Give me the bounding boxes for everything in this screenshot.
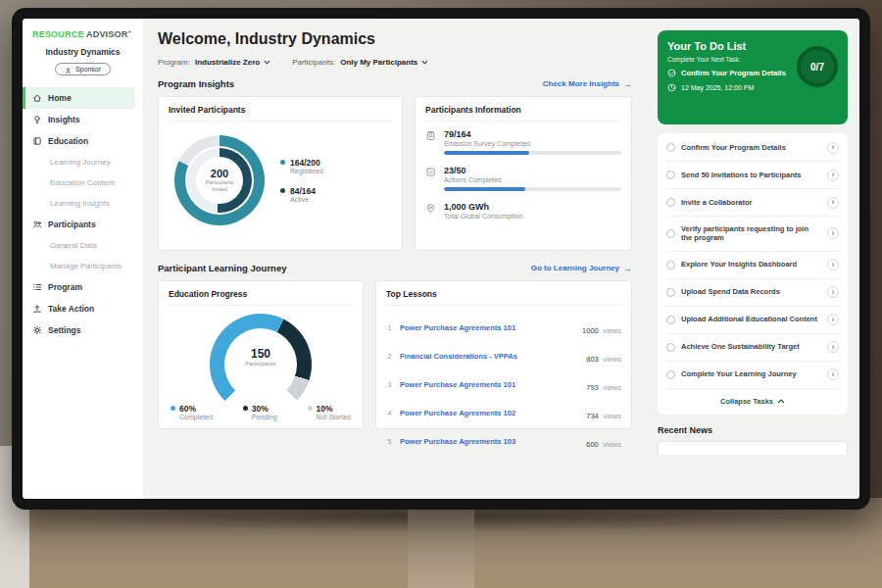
task-checkbox[interactable]	[666, 143, 675, 152]
chevron-up-icon	[777, 399, 785, 404]
right-panel: Your To Do List Complete Your Next Task:…	[646, 19, 859, 499]
go-to-learning-journey-link[interactable]: Go to Learning Journey →	[531, 264, 632, 273]
chevron-right-icon[interactable]: ›	[827, 341, 839, 353]
lesson-row: 4 Power Purchase Agreements 102 734 view…	[386, 399, 621, 427]
chevron-right-icon[interactable]: ›	[827, 259, 839, 270]
invited-donut: 200 Participants Invited	[174, 135, 265, 225]
task-item[interactable]: Upload Spend Data Records ›	[666, 279, 839, 307]
task-item[interactable]: Verify participants requesting to join t…	[666, 217, 839, 252]
sidebar-item-home[interactable]: Home	[23, 87, 135, 109]
sidebar-item-education[interactable]: Education	[23, 130, 143, 152]
check-circle-icon	[667, 69, 676, 77]
book-icon	[32, 136, 42, 146]
task-checkbox[interactable]	[666, 229, 675, 238]
sidebar-item-take-action[interactable]: Take Action	[23, 298, 143, 319]
participants-dropdown[interactable]: Only My Participants	[340, 58, 428, 67]
recent-news-title: Recent News	[658, 425, 848, 435]
top-lessons-card: Top Lessons 1 Power Purchase Agreements …	[375, 280, 632, 429]
invited-legend: 164/200 Registered 84/164 Active	[280, 158, 323, 203]
sidebar-item-education-content[interactable]: Education Content	[23, 172, 143, 193]
main-content: Welcome, Industry Dynamics Program: Indu…	[144, 19, 646, 499]
task-item[interactable]: Achieve One Sustainability Target ›	[666, 334, 839, 362]
sidebar-item-program[interactable]: Program	[23, 276, 143, 298]
task-checkbox[interactable]	[666, 198, 675, 207]
lesson-link[interactable]: Power Purchase Agreements 103	[400, 437, 579, 446]
survey-icon	[425, 130, 436, 141]
sidebar-nav: Home Insights Education Learning Journey…	[23, 87, 143, 341]
task-checkbox[interactable]	[666, 288, 675, 297]
chevron-right-icon[interactable]: ›	[827, 368, 839, 380]
chevron-right-icon[interactable]: ›	[827, 197, 839, 209]
sidebar: RESOURCE ADVISOR+ Industry Dynamics Spon…	[23, 19, 144, 499]
sidebar-item-insights[interactable]: Insights	[23, 109, 143, 130]
todo-card: Your To Do List Complete Your Next Task:…	[658, 30, 848, 124]
monitor-bezel: RESOURCE ADVISOR+ Industry Dynamics Spon…	[12, 8, 870, 510]
task-item[interactable]: Upload Additional Educational Content ›	[666, 307, 839, 334]
sidebar-item-settings[interactable]: Settings	[23, 319, 143, 341]
task-item[interactable]: Confirm Your Program Details ›	[666, 134, 839, 162]
active-dot	[280, 188, 285, 193]
task-checkbox[interactable]	[666, 261, 675, 270]
lesson-row: 1 Power Purchase Agreements 101 1000 vie…	[386, 314, 621, 342]
chevron-down-icon	[421, 60, 428, 65]
participants-filter-label: Participants:	[292, 58, 335, 67]
list-icon	[32, 282, 42, 292]
chevron-right-icon[interactable]: ›	[827, 286, 839, 298]
sidebar-item-manage-participants[interactable]: Manage Participants	[23, 256, 143, 276]
org-name: Industry Dynamics	[23, 47, 143, 57]
task-item[interactable]: Explore Your Insights Dashboard ›	[666, 252, 839, 279]
task-item[interactable]: Invite a Collaborator ›	[666, 189, 839, 217]
clock-icon	[667, 83, 676, 92]
chevron-right-icon[interactable]: ›	[827, 170, 839, 181]
arrow-right-icon: →	[623, 264, 632, 273]
task-item[interactable]: Send 50 Invitations to Participants ›	[666, 162, 839, 189]
sidebar-item-learning-journey[interactable]: Learning Journey	[23, 152, 143, 172]
monitor-stand	[408, 506, 474, 588]
page-title: Welcome, Industry Dynamics	[158, 30, 632, 48]
collapse-tasks-button[interactable]: Collapse Tasks	[666, 389, 839, 414]
actions-check-icon	[425, 167, 436, 177]
actions-progress-bar	[444, 187, 621, 191]
lesson-link[interactable]: Power Purchase Agreements 101	[400, 323, 575, 332]
task-item[interactable]: Complete Your Learning Journey ›	[666, 362, 839, 389]
home-icon	[32, 93, 42, 103]
chevron-right-icon[interactable]: ›	[827, 314, 839, 325]
invited-participants-card: Invited Participants 200 Participants In…	[158, 96, 403, 251]
task-checkbox[interactable]	[666, 370, 675, 379]
sidebar-item-learning-insights[interactable]: Learning Insights	[23, 193, 143, 214]
gear-icon	[32, 325, 42, 335]
task-checkbox[interactable]	[666, 343, 675, 352]
sidebar-item-general-data[interactable]: General Data	[23, 235, 143, 256]
lesson-row: 2 Financial Considerations - VPPAs 803 v…	[386, 342, 621, 370]
chevron-down-icon	[264, 60, 270, 65]
completed-dot	[171, 406, 175, 411]
chevron-right-icon[interactable]: ›	[827, 142, 839, 154]
task-checkbox[interactable]	[666, 171, 675, 179]
learning-journey-title: Participant Learning Journey	[158, 263, 286, 273]
lesson-link[interactable]: Power Purchase Agreements 101	[400, 380, 579, 389]
chevron-right-icon[interactable]: ›	[827, 227, 839, 239]
bulb-icon	[32, 115, 42, 124]
lesson-row: 5 Power Purchase Agreements 103 600 view…	[386, 427, 621, 456]
upload-icon	[32, 304, 42, 314]
education-progress-card: Education Progress 150 Participants 60%	[158, 280, 364, 429]
people-icon	[32, 220, 42, 229]
lesson-link[interactable]: Financial Considerations - VPPAs	[400, 352, 579, 361]
lesson-link[interactable]: Power Purchase Agreements 102	[400, 409, 579, 417]
check-more-insights-link[interactable]: Check More Insights →	[543, 79, 632, 89]
registered-dot	[280, 160, 285, 165]
todo-progress-badge: 0/7	[797, 46, 838, 87]
task-checkbox[interactable]	[666, 316, 675, 324]
lesson-row: 3 Power Purchase Agreements 101 793 view…	[386, 370, 621, 399]
sponsor-badge: Sponsor	[55, 63, 111, 75]
recent-news-card	[658, 441, 848, 455]
sidebar-item-participants[interactable]: Participants	[23, 214, 143, 235]
program-insights-title: Program Insights	[158, 78, 234, 89]
survey-progress-bar	[444, 151, 621, 155]
filters-row: Program: Industrialize Zero Participants…	[158, 58, 632, 67]
dashboard-screen: RESOURCE ADVISOR+ Industry Dynamics Spon…	[23, 19, 859, 499]
todo-task-list: Confirm Your Program Details › Send 50 I…	[658, 133, 848, 415]
program-dropdown[interactable]: Industrialize Zero	[195, 58, 270, 67]
app-logo: RESOURCE ADVISOR+	[23, 28, 143, 47]
location-pin-icon	[425, 203, 436, 214]
